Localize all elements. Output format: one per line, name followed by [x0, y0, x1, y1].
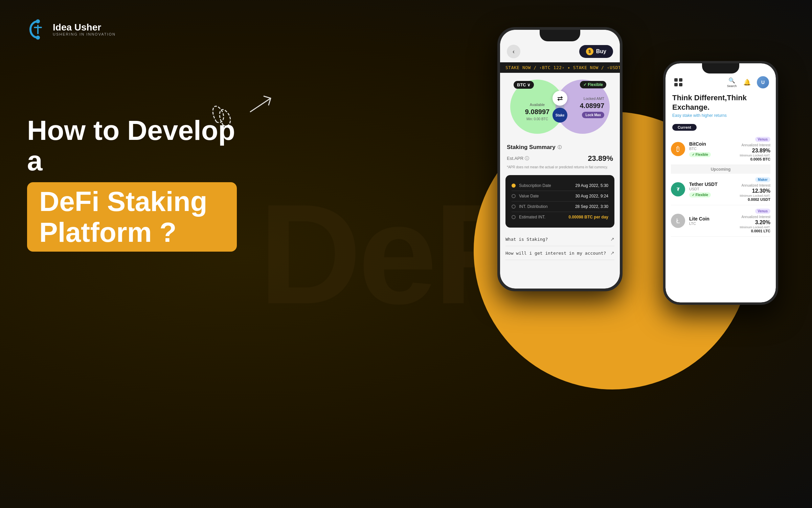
phone-2-screen: 🔍 Search 🔔 U Think Different,Think Excha…: [666, 63, 776, 302]
usdt-maker-badge: Maker: [755, 177, 770, 182]
locked-amount: 4.08997: [580, 102, 604, 110]
brand-tagline: USHERING IN INNOVATION: [53, 32, 116, 36]
usdt-name: Tether USDT: [689, 182, 736, 187]
svg-point-0: [36, 19, 40, 23]
est-int-value: 0.00098 BTC per day: [569, 215, 608, 219]
stake-button[interactable]: Stake: [552, 108, 567, 123]
faq-arrow-2: ↗: [610, 250, 614, 256]
btc-symbol: BTC: [689, 147, 736, 151]
logo-icon: [27, 19, 49, 40]
p1-info-card: Subscription Date 29 Aug 2022, 5:30 Valu…: [505, 175, 614, 228]
faq-item-2[interactable]: How will i get interest in my account? ↗: [505, 246, 614, 260]
lock-max-button[interactable]: Lock Max: [582, 112, 604, 118]
ltc-apy-label: Annualized Interest: [740, 215, 770, 219]
faq-question-2: How will i get interest in my account?: [505, 251, 606, 256]
p2-header-icons: 🔍 Search 🔔 U: [726, 76, 769, 88]
p1-back-button[interactable]: ‹: [507, 45, 520, 58]
ltc-name: Lite Coin: [689, 216, 736, 221]
usdt-stats: Annualized Interest 12.30% Minimum Locke…: [740, 184, 770, 202]
flexible-badge[interactable]: ✓ Flexible: [580, 81, 606, 88]
min-amount: Min: 0.00 BTC: [525, 117, 549, 121]
search-label: Search: [727, 84, 737, 88]
subscription-label: Subscription Date: [512, 183, 551, 188]
info-row-1: Subscription Date 29 Aug 2022, 5:30: [512, 181, 608, 191]
heading-line1: How to Develop a: [27, 115, 237, 176]
faq-question-1: What is Staking?: [505, 237, 548, 242]
svg-point-1: [36, 36, 40, 40]
btc-min-label: Minimum Locked AMT.: [740, 154, 770, 157]
user-avatar[interactable]: U: [757, 76, 769, 88]
ltc-venus-badge: Venus: [755, 209, 770, 214]
notification-bell-icon[interactable]: 🔔: [741, 77, 753, 88]
heading-area: How to Develop a DeFi Staking Platform ?: [27, 115, 237, 252]
btc-info: BitCoin BTC ✓ Flexible: [689, 141, 736, 157]
logo: Idea Usher USHERING IN INNOVATION: [27, 19, 116, 40]
available-label: Available: [525, 103, 549, 107]
btc-min: 0.0005 BTC: [740, 157, 770, 161]
search-icon[interactable]: 🔍 Search: [726, 77, 737, 88]
phone-1-screen: ‹ $ Buy STAKE NOW / ‹BTC 122› ✦ STAKE NO…: [500, 30, 620, 289]
phone-1-notch: [540, 30, 580, 41]
est-int-label: Estimated INT.: [512, 215, 545, 219]
summary-note: *APR does not mean the actual or predict…: [507, 165, 613, 170]
usdt-apy: 12.30%: [740, 188, 770, 194]
ltc-icon: Ł: [671, 214, 685, 228]
brand-name: Idea Usher: [53, 23, 116, 32]
ltc-min: 0.0001 LTC: [740, 229, 770, 233]
info-row-3: INT. Distribution 28 Sep 2022, 3:30: [512, 202, 608, 212]
dot-2: [512, 194, 516, 198]
heading-line2: DeFi Staking Platform ?: [39, 186, 207, 247]
p1-faq: What is Staking? ↗ How will i get intere…: [500, 231, 620, 261]
venn-center-controls: ⇄ Stake: [552, 91, 567, 123]
apr-value: 23.89%: [588, 154, 613, 163]
usdt-min: 0.0002 USDT: [740, 197, 770, 202]
ltc-info: Lite Coin LTC: [689, 216, 736, 226]
venn-left-content: Available 9.08997 Min: 0.00 BTC: [525, 92, 549, 121]
usdt-apy-label: Annualized Interest: [740, 184, 770, 187]
usdt-flexible-badge: ✓ Flexible: [689, 192, 711, 197]
p2-hero-section: Think Different,Think Exchange. Easy sta…: [666, 93, 776, 121]
value-date-value: 30 Aug 2022, 9:24: [576, 194, 608, 198]
grid-menu-icon[interactable]: [672, 76, 684, 88]
usdt-min-label: Minimum Locked AMT.: [740, 194, 770, 197]
info-row-2: Value Date 30 Aug 2022, 9:24: [512, 191, 608, 202]
btc-venus-badge: Venus: [755, 137, 770, 142]
available-amount: 9.08997: [525, 108, 549, 116]
ltc-stats: Annualized Interest 3.20% Minimum Locked…: [740, 215, 770, 233]
p1-ticker: STAKE NOW / ‹BTC 122› ✦ STAKE NOW / ‹USD…: [500, 62, 620, 73]
faq-item-1[interactable]: What is Staking? ↗: [505, 232, 614, 246]
usdt-info: Tether USDT USDT ✓ Flexible: [689, 182, 736, 197]
summary-apr-row: Est.APR ⓘ 23.89%: [507, 154, 613, 163]
p2-coin-list: ₿ BitCoin BTC ✓ Flexible Venus Annualize…: [666, 133, 776, 237]
buy-icon: $: [586, 48, 593, 55]
coin-item-btc[interactable]: ₿ BitCoin BTC ✓ Flexible Venus Annualize…: [671, 133, 770, 165]
swap-button[interactable]: ⇄: [552, 91, 567, 106]
int-dist-value: 28 Sep 2022, 3:30: [575, 204, 608, 209]
apr-label: Est.APR ⓘ: [507, 155, 529, 162]
p2-hero-subtitle: Easy stake with higher returns: [672, 113, 769, 118]
summary-title: Staking Summary ⓘ: [507, 144, 613, 151]
coin-item-usdt[interactable]: ₮ Tether USDT USDT ✓ Flexible Maker Annu…: [671, 174, 770, 205]
current-tab[interactable]: Current: [672, 124, 697, 131]
venn-right-content: Locked AMT 4.08997 Lock Max: [580, 86, 604, 118]
dot-4: [512, 215, 516, 219]
logo-text: Idea Usher USHERING IN INNOVATION: [53, 23, 116, 36]
dot-3: [512, 205, 516, 209]
ltc-apy: 3.20%: [740, 219, 770, 226]
btc-badge[interactable]: BTC ∨: [514, 81, 534, 89]
btc-apy: 23.89%: [740, 148, 770, 154]
p1-venn-diagram: Available 9.08997 Min: 0.00 BTC Locked A…: [500, 76, 620, 137]
phone-2-notch: [702, 63, 739, 73]
coin-item-ltc[interactable]: Ł Lite Coin LTC Venus Annualized Interes…: [671, 205, 770, 237]
btc-apy-label: Annualized Interest: [740, 143, 770, 147]
ticker-text: STAKE NOW / ‹BTC 122› ✦ STAKE NOW / ‹USD…: [505, 65, 620, 70]
upcoming-section-label: Upcoming: [671, 165, 770, 174]
p1-buy-button[interactable]: $ Buy: [579, 45, 613, 58]
value-date-label: Value Date: [512, 194, 539, 198]
btc-name: BitCoin: [689, 141, 736, 147]
ltc-min-label: Minimum Locked AMT.: [740, 226, 770, 229]
buy-label: Buy: [596, 48, 606, 55]
dot-1: [512, 184, 516, 188]
btc-flexible-badge: ✓ Flexible: [689, 152, 711, 157]
info-row-4: Estimated INT. 0.00098 BTC per day: [512, 212, 608, 222]
